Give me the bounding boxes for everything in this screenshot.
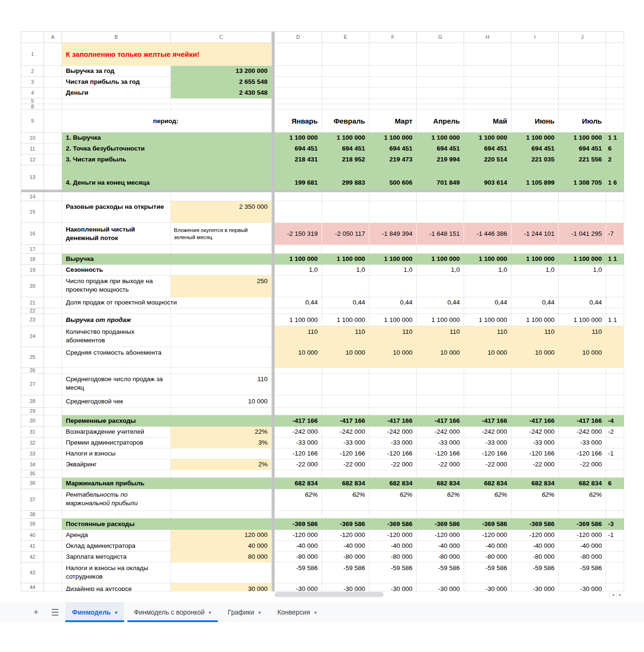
cell-A26[interactable] [44,368,62,374]
cell-A30[interactable] [44,415,62,427]
cell-F34[interactable]: -22 000 [369,459,417,470]
cell-D8[interactable] [275,104,322,110]
cell-K28[interactable] [606,395,624,408]
cell-H27[interactable] [464,374,511,395]
cell-A2[interactable] [44,66,62,77]
cell-A38[interactable] [44,511,62,518]
cell-H15[interactable] [464,201,511,223]
cell-D36[interactable]: 682 834 [275,478,322,489]
horizontal-scrollbar-thumb[interactable] [275,592,384,597]
cell-D15[interactable] [275,201,322,223]
cell-K2[interactable] [606,66,624,77]
cell-C38[interactable] [171,511,272,518]
cell-A9[interactable] [44,110,62,133]
cell-C19[interactable] [171,265,272,276]
cell-J39[interactable]: -369 586 [559,518,606,530]
cell-I23[interactable]: 1 100 000 [511,314,559,326]
cell-K34[interactable] [606,459,624,470]
column-header-A[interactable]: A [44,32,62,43]
cell-A42[interactable] [44,552,62,563]
cell-J16[interactable]: -1 041 295 [559,223,606,245]
row-header-37[interactable]: 37 [21,489,44,511]
cell-J30[interactable]: -417 166 [559,415,606,427]
cell-K25[interactable] [606,347,624,368]
cell-B13[interactable]: 4. Деньги на конец месяца [62,165,272,190]
cell-A41[interactable] [44,541,62,552]
cell-C33[interactable] [171,448,272,459]
cell-G12[interactable]: 219 994 [417,154,464,165]
cell-C24[interactable] [171,326,272,347]
cell-I27[interactable] [511,374,559,395]
cell-D28[interactable] [275,395,322,408]
cell-K3[interactable] [606,77,624,88]
cell-I37[interactable]: 62% [511,489,559,511]
cell-E11[interactable]: 694 451 [322,143,369,154]
cell-B22[interactable] [62,308,171,314]
row-header-10[interactable]: 10 [21,133,44,143]
cell-H13[interactable]: 903 614 [464,165,511,190]
cell-K12[interactable]: 2 [606,154,624,165]
cell-D42[interactable]: -80 000 [275,552,322,563]
cell-G9[interactable]: Апрель [417,110,464,133]
cell-J2[interactable] [559,66,606,77]
cell-G3[interactable] [417,77,464,88]
cell-J3[interactable] [559,77,606,88]
cell-E28[interactable] [322,395,369,408]
cell-A36[interactable] [44,478,62,489]
cell-G44[interactable]: -30 000 [417,583,464,591]
cell-A5[interactable] [44,98,62,104]
cell-D2[interactable] [275,66,322,77]
column-header-G[interactable]: G [417,32,464,43]
cell-A1[interactable] [44,43,62,66]
cell-B35[interactable] [62,470,171,478]
cell-I12[interactable]: 221 035 [511,154,559,165]
cell-D13[interactable]: 199 681 [275,165,322,190]
cell-G43[interactable]: -59 586 [417,563,464,583]
cell-I1[interactable] [511,43,559,66]
column-header-B[interactable]: B [62,32,171,43]
cell-E33[interactable]: -120 166 [322,448,369,459]
cell-G40[interactable]: -120 000 [417,530,464,541]
cell-I19[interactable]: 1,0 [511,265,559,276]
cell-H43[interactable]: -59 586 [464,563,511,583]
cell-G13[interactable]: 701 849 [417,165,464,190]
cell-A31[interactable] [44,427,62,438]
column-header-E[interactable]: E [322,32,369,43]
row-header-43[interactable]: 43 [21,563,44,583]
cell-B19[interactable]: Сезонность [62,265,171,276]
cell-F25[interactable]: 10 000 [369,347,417,368]
cell-D25[interactable]: 10 000 [275,347,322,368]
cell-G22[interactable] [417,308,464,314]
cell-F30[interactable]: -417 166 [369,415,417,427]
cell-D12[interactable]: 218 431 [275,154,322,165]
tab-grafiki[interactable]: Графики ▾ [221,602,268,622]
row-header-26[interactable]: 26 [21,368,44,374]
cell-E31[interactable]: -242 000 [322,427,369,438]
cell-H5[interactable] [464,98,511,104]
cell-I11[interactable]: 694 451 [511,143,559,154]
cell-G4[interactable] [417,88,464,98]
cell-B17[interactable] [62,245,171,254]
cell-D24[interactable]: 110 [275,326,322,347]
cell-D32[interactable]: -33 000 [275,438,322,448]
row-header-16[interactable]: 16 [21,223,44,245]
cell-I28[interactable] [511,395,559,408]
cell-C5[interactable] [171,98,272,104]
cell-F2[interactable] [369,66,417,77]
cell-I8[interactable] [511,104,559,110]
cell-E1[interactable] [322,43,369,66]
cell-H22[interactable] [464,308,511,314]
cell-B41[interactable]: Оклад администратора [62,541,171,552]
column-header-J[interactable]: J [559,32,606,43]
cell-K38[interactable] [606,511,624,518]
cell-H39[interactable]: -369 586 [464,518,511,530]
cell-A15[interactable] [44,201,62,223]
cell-F1[interactable] [369,43,417,66]
cell-D10[interactable]: 1 100 000 [275,133,322,143]
cell-I18[interactable]: 1 100 000 [511,254,559,265]
row-header-20[interactable]: 20 [21,276,44,297]
cell-K41[interactable] [606,541,624,552]
cell-G29[interactable] [417,408,464,415]
tab-finmodel[interactable]: Финмодель ▾ [65,602,124,622]
cell-H14[interactable] [464,192,511,201]
